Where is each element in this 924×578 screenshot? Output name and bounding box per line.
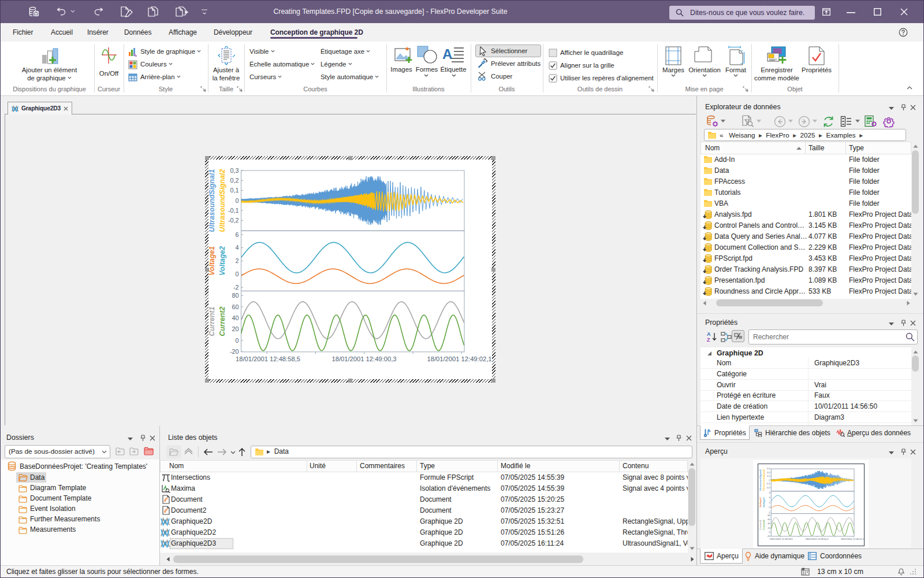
svg-text:-2: -2 xyxy=(233,284,239,291)
svg-text:-20: -20 xyxy=(230,348,239,355)
svg-text:0: 0 xyxy=(235,337,239,344)
svg-text:18/01/2001 12:48:58,5: 18/01/2001 12:48:58,5 xyxy=(770,538,793,540)
svg-text:Current2: Current2 xyxy=(762,520,765,530)
svg-text:Voltage1: Voltage1 xyxy=(208,246,216,276)
svg-text:-0,2: -0,2 xyxy=(228,217,239,224)
svg-text:-0,2: -0,2 xyxy=(766,486,771,489)
svg-text:0,1: 0,1 xyxy=(230,187,239,194)
svg-text:0,3: 0,3 xyxy=(767,467,770,470)
svg-text:Voltage2: Voltage2 xyxy=(218,246,226,276)
svg-text:UltrasoundSignal1: UltrasoundSignal1 xyxy=(759,469,762,491)
svg-text:6: 6 xyxy=(769,491,771,494)
svg-text:2: 2 xyxy=(235,257,239,264)
svg-text:40: 40 xyxy=(767,522,770,525)
svg-text:Voltage1: Voltage1 xyxy=(759,497,762,507)
svg-text:-0,1: -0,1 xyxy=(766,482,771,485)
svg-text:18/01/2001 12:49:02,1: 18/01/2001 12:49:02,1 xyxy=(427,355,492,362)
svg-text:20: 20 xyxy=(232,325,239,332)
svg-text:0: 0 xyxy=(769,479,771,481)
svg-text:18/01/2001 12:49:02,1: 18/01/2001 12:49:02,1 xyxy=(841,538,865,540)
svg-text:Current1: Current1 xyxy=(208,306,216,336)
svg-text:4: 4 xyxy=(769,496,771,499)
svg-text:80: 80 xyxy=(767,514,770,517)
svg-text:-0,1: -0,1 xyxy=(228,207,239,214)
svg-text:2: 2 xyxy=(769,501,771,504)
svg-text:A: A xyxy=(707,331,711,337)
svg-text:20: 20 xyxy=(767,527,770,529)
svg-text:60: 60 xyxy=(767,518,770,521)
svg-text:0: 0 xyxy=(769,531,771,533)
svg-text:Current2: Current2 xyxy=(218,306,226,336)
svg-text:0,1: 0,1 xyxy=(767,475,770,477)
svg-text:UltrasoundSignal2: UltrasoundSignal2 xyxy=(218,169,226,232)
svg-text:0: 0 xyxy=(235,271,239,277)
svg-text:Z: Z xyxy=(707,337,710,343)
svg-text:Voltage2: Voltage2 xyxy=(762,497,765,507)
svg-text:4: 4 xyxy=(235,244,239,251)
svg-text:A: A xyxy=(442,46,452,62)
svg-text:0,2: 0,2 xyxy=(230,177,239,184)
svg-text:UltrasoundSignal1: UltrasoundSignal1 xyxy=(208,169,216,232)
svg-text:18/01/2001 12:49:00,3: 18/01/2001 12:49:00,3 xyxy=(332,355,397,362)
svg-text:18/01/2001 12:49:00,3: 18/01/2001 12:49:00,3 xyxy=(805,538,829,540)
svg-text:6: 6 xyxy=(235,231,239,238)
svg-text:60: 60 xyxy=(232,303,239,310)
svg-text:0: 0 xyxy=(235,197,239,204)
svg-text:UltrasoundSignal2: UltrasoundSignal2 xyxy=(762,469,765,491)
svg-text:-2: -2 xyxy=(768,511,770,514)
svg-text:0,2: 0,2 xyxy=(767,471,770,474)
svg-text:18/01/2001 12:48:58,5: 18/01/2001 12:48:58,5 xyxy=(236,355,300,362)
svg-text:0: 0 xyxy=(769,506,771,509)
svg-text:80: 80 xyxy=(232,292,239,299)
svg-text:Current1: Current1 xyxy=(759,520,762,530)
svg-text:40: 40 xyxy=(232,314,239,321)
svg-text:0,3: 0,3 xyxy=(230,167,239,174)
